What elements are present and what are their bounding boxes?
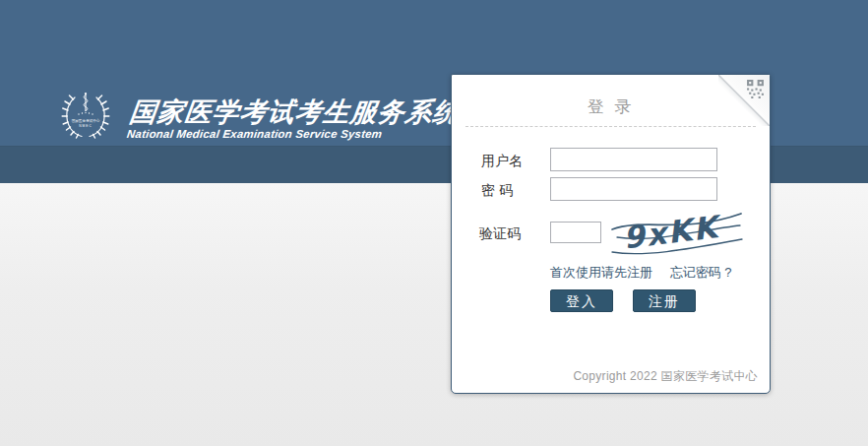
register-button[interactable]: 注册 — [633, 289, 696, 312]
register-hint-link[interactable]: 首次使用请先注册 — [550, 265, 652, 280]
logo-text-cn: 国家医学考试中心 — [72, 118, 100, 123]
captcha-image[interactable]: 9xKK — [609, 205, 745, 258]
captcha-input[interactable] — [550, 222, 601, 243]
helper-links: 首次使用请先注册 忘记密码 ? — [550, 264, 757, 282]
password-input[interactable] — [550, 177, 717, 201]
login-panel: 登 录 用户名 密 码 验证码 9xKK 首次使用请先注册 忘记密码 ? 登入 … — [451, 74, 771, 394]
site-title: 国家医学考试考生服务系统 — [128, 97, 463, 127]
logo-text-en: NMEC — [79, 124, 92, 128]
site-subtitle: National Medical Examination Service Sys… — [126, 128, 458, 140]
title-divider — [465, 126, 756, 127]
captcha-label: 验证码 — [479, 225, 521, 243]
nmec-emblem-icon: 国家医学考试中心 NMEC — [61, 90, 110, 141]
copyright-text: Copyright 2022 国家医学考试中心 — [573, 368, 758, 385]
login-button[interactable]: 登入 — [550, 289, 613, 312]
username-label: 用户名 — [481, 153, 523, 170]
page: 国家医学考试中心 NMEC 国家医学考试考生服务系统 National Medi… — [0, 0, 868, 446]
site-title-block: 国家医学考试考生服务系统 National Medical Examinatio… — [126, 97, 462, 140]
captcha-text: 9xKK — [621, 208, 724, 255]
forgot-password-link[interactable]: 忘记密码 ? — [670, 265, 732, 280]
password-label: 密 码 — [481, 182, 513, 200]
username-input[interactable] — [550, 148, 717, 171]
login-title: 登 录 — [452, 96, 770, 118]
